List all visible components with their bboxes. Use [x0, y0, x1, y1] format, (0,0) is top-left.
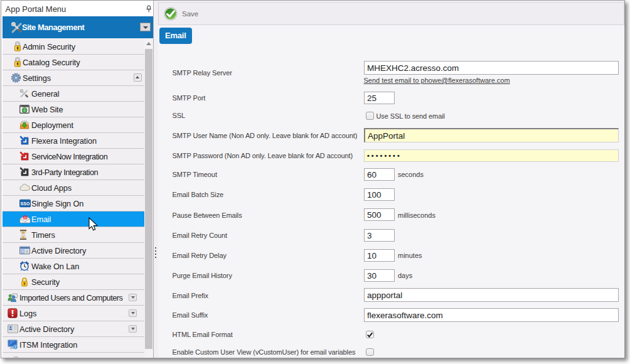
svg-text:@: @	[23, 216, 27, 220]
svg-text:SSO: SSO	[20, 201, 29, 206]
